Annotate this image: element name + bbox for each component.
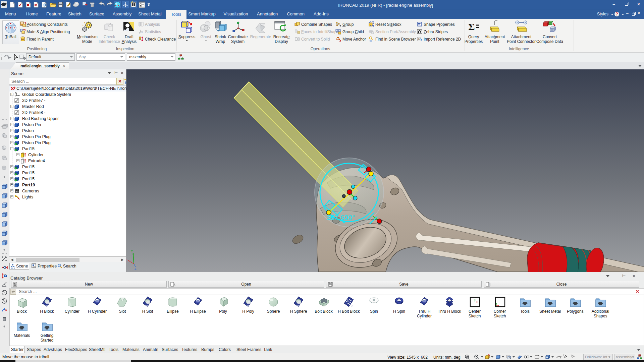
svg-text:dxf: dxf <box>418 38 421 40</box>
svg-text:X: X <box>126 259 127 262</box>
svg-text:387.690°: 387.690° <box>327 214 355 221</box>
svg-text:Y: Y <box>131 249 133 253</box>
svg-text:a: a <box>141 30 143 34</box>
svg-text:Z: Z <box>135 267 137 270</box>
svg-text:A: A <box>5 308 7 311</box>
svg-text:Σ: Σ <box>468 21 475 32</box>
